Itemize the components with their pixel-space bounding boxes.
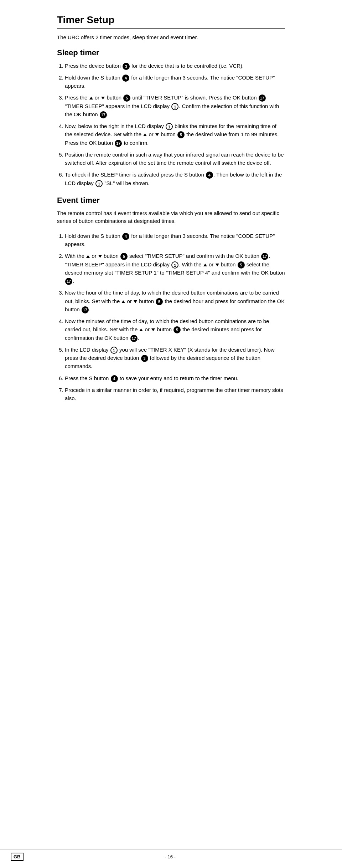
intro-text: The URC offers 2 timer modes, sleep time… (57, 34, 285, 42)
event-timer-intro: The remote control has 4 event timers av… (57, 209, 285, 225)
badge-1-outline-b: 1 (166, 123, 173, 130)
list-item: In the LCD display 1 you will see "TIMER… (65, 346, 285, 371)
list-item: Now the minutes of the time of day, to w… (65, 317, 285, 342)
badge-17d: 17 (261, 253, 268, 260)
list-item: Press the or button 5 until "TIMER SETUP… (65, 93, 285, 118)
page-container: Timer Setup The URC offers 2 timer modes… (50, 0, 292, 427)
badge-17c: 17 (115, 140, 122, 147)
badge-5c: 5 (120, 253, 128, 260)
page-number: - 16 - (165, 854, 176, 859)
arrow-down-icon (151, 328, 155, 331)
list-item: Now the hour of the time of day, to whic… (65, 289, 285, 313)
arrow-down-icon (155, 133, 159, 136)
list-item: Press the device button 3 for the device… (65, 62, 285, 70)
badge-1-outline-c: 1 (95, 180, 103, 187)
badge-5: 5 (123, 95, 130, 102)
arrow-down-icon (98, 255, 102, 258)
badge-5f: 5 (173, 326, 181, 333)
badge-4d: 4 (111, 375, 118, 382)
badge-5d: 5 (238, 261, 245, 269)
badge-4: 4 (122, 75, 129, 82)
arrow-down-icon (134, 300, 137, 303)
list-item: To check if the SLEEP timer is activated… (65, 170, 285, 187)
arrow-up-icon (203, 264, 207, 266)
arrow-down-icon (216, 264, 219, 266)
badge-1-outline-d: 1 (171, 261, 178, 269)
sleep-timer-list: Press the device button 3 for the device… (57, 62, 285, 187)
arrow-up-icon (143, 133, 147, 136)
arrow-down-icon (101, 97, 105, 99)
sleep-timer-heading: Sleep timer (57, 48, 285, 57)
page-title: Timer Setup (57, 14, 285, 29)
list-item: Hold down the S button 4 for a little lo… (65, 73, 285, 90)
event-timer-section: Event timer (57, 196, 285, 205)
event-timer-list: Hold down the S button 4 for a little lo… (57, 232, 285, 403)
badge-3b: 3 (141, 355, 148, 362)
list-item: Now, below to the right in the LCD displ… (65, 122, 285, 147)
list-item: Position the remote control in such a wa… (65, 150, 285, 167)
badge-5e: 5 (156, 298, 163, 305)
list-item: Hold down the S button 4 for a little lo… (65, 232, 285, 249)
badge-17g: 17 (130, 335, 138, 342)
region-badge: GB (11, 853, 24, 861)
badge-4c: 4 (122, 233, 129, 240)
badge-5b: 5 (177, 131, 185, 138)
list-item: Press the S button 4 to save your entry … (65, 374, 285, 382)
page-footer: GB - 16 - (0, 849, 342, 861)
badge-17e: 17 (65, 278, 72, 285)
list-item: Procede in a similar manner in order to,… (65, 386, 285, 403)
event-timer-heading: Event timer (57, 196, 285, 205)
arrow-up-icon (121, 300, 125, 303)
badge-17: 17 (259, 95, 266, 102)
badge-1-outline-e: 1 (110, 347, 118, 354)
arrow-up-icon (86, 255, 90, 258)
arrow-up-icon (89, 97, 93, 99)
list-item: With the or button 5 select "TIMER SETUP… (65, 252, 285, 285)
arrow-up-icon (139, 328, 143, 331)
badge-1-outline: 1 (171, 103, 178, 110)
badge-17f: 17 (82, 306, 89, 313)
badge-17b: 17 (100, 111, 107, 118)
badge-3: 3 (123, 63, 130, 70)
badge-4b: 4 (206, 172, 213, 179)
